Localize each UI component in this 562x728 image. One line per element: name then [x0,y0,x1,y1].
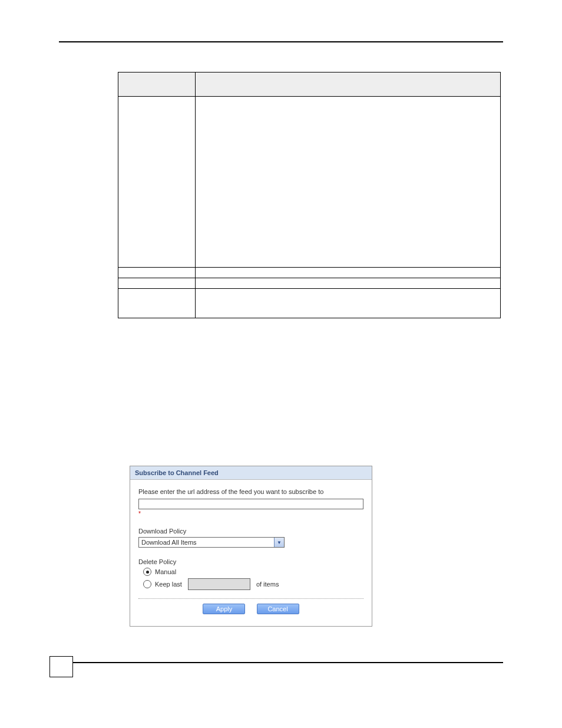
radio-manual-label: Manual [155,568,176,575]
radio-keep-suffix: of items [256,581,279,588]
col-header-1 [118,73,196,97]
delete-policy-label: Delete Policy [138,558,363,565]
download-policy-label: Download Policy [138,528,363,535]
download-policy-select[interactable]: Download All Items ▼ [138,537,285,548]
col-header-2 [196,73,501,97]
chevron-down-icon[interactable]: ▼ [274,538,284,547]
radio-manual[interactable] [143,568,151,576]
cell-c2 [196,278,501,289]
download-policy-value: Download All Items [139,538,274,546]
subscribe-dialog: Subscribe to Channel Feed Please enter t… [130,466,372,627]
radio-keep-last[interactable] [143,580,151,588]
cell-a2 [196,97,501,268]
cell-b2 [196,268,501,278]
cell-d2 [196,289,501,318]
required-indicator: * [138,510,363,517]
cell-d1 [118,289,196,318]
dialog-divider [138,598,363,599]
page-number-box [49,656,73,677]
info-table [118,72,501,318]
cancel-button[interactable]: Cancel [257,604,299,614]
footer-divider [73,662,503,663]
dialog-title: Subscribe to Channel Feed [130,466,372,480]
cell-c1 [118,278,196,289]
cell-b1 [118,268,196,278]
cell-a1 [118,97,196,268]
apply-button[interactable]: Apply [203,604,245,614]
keep-last-input[interactable] [188,578,250,590]
feed-url-input[interactable] [138,499,363,509]
header-divider [59,41,503,42]
dialog-instruction: Please enter the url address of the feed… [138,488,363,495]
radio-keep-prefix: Keep last [155,581,182,588]
